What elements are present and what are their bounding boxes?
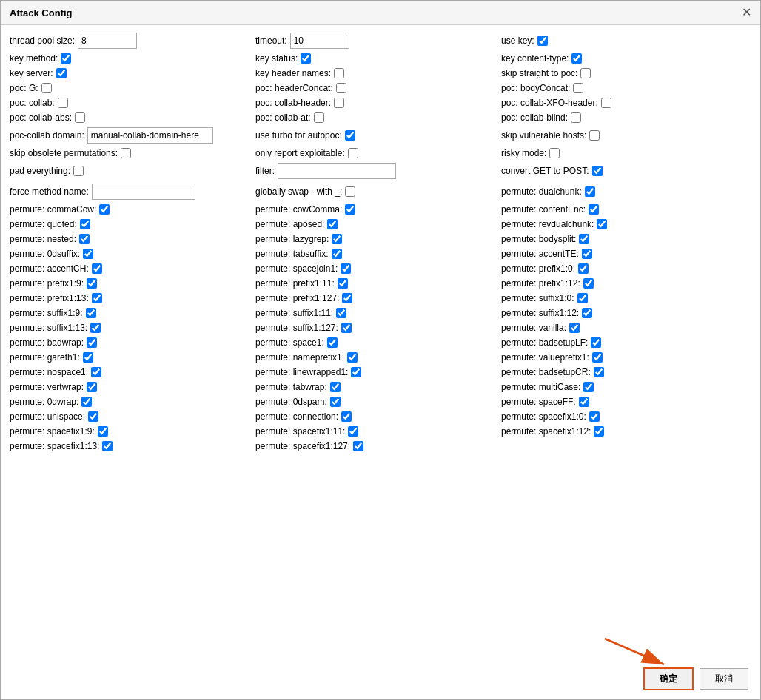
permute-commacow-checkbox[interactable] <box>99 204 110 215</box>
col-key-method: key method: <box>10 53 254 64</box>
permute-linewrapped1-checkbox[interactable] <box>351 367 361 377</box>
permute-lazygrep-checkbox[interactable] <box>332 234 342 244</box>
permute-tabsuffix-checkbox[interactable] <box>332 249 342 259</box>
permute-prefix111-checkbox[interactable] <box>338 278 348 289</box>
permute-linewrapped1-label: permute: linewrapped1: <box>255 367 348 377</box>
permute-suffix10-checkbox[interactable] <box>577 293 588 303</box>
permute-vanilla-checkbox[interactable] <box>569 323 580 333</box>
permute-prefix113-label: permute: prefix1:13: <box>10 293 89 303</box>
permute-spacefix19-checkbox[interactable] <box>98 426 108 437</box>
key-method-checkbox[interactable] <box>61 53 71 64</box>
permute-vertwrap-checkbox[interactable] <box>87 382 97 392</box>
row-permute-gareth1: permute: gareth1: permute: nameprefix1: … <box>10 352 751 363</box>
poc-collab-at-checkbox[interactable] <box>314 112 324 123</box>
skip-vulnerable-hosts-checkbox[interactable] <box>589 130 600 141</box>
permute-spacefix10-checkbox[interactable] <box>589 411 600 422</box>
poc-headerconcat-checkbox[interactable] <box>336 83 346 93</box>
permute-prefix113-checkbox[interactable] <box>92 293 102 303</box>
poc-g-checkbox[interactable] <box>41 83 52 93</box>
skip-obsolete-checkbox[interactable] <box>121 148 131 158</box>
permute-prefix10-checkbox[interactable] <box>578 263 589 274</box>
permute-suffix111-label: permute: suffix1:11: <box>255 308 333 318</box>
convert-get-checkbox[interactable] <box>592 166 603 176</box>
cancel-button[interactable]: 取消 <box>700 668 748 690</box>
permute-tabwrap-checkbox[interactable] <box>330 382 341 392</box>
permute-dualchunk-checkbox[interactable] <box>585 186 595 197</box>
permute-suffix19-checkbox[interactable] <box>86 308 96 318</box>
permute-accentte-checkbox[interactable] <box>582 249 592 259</box>
col-permute-tabsuffix: permute: tabsuffix: <box>255 249 500 259</box>
poc-collab-xfo-checkbox[interactable] <box>601 98 611 108</box>
key-content-type-label: key content-type: <box>501 53 569 64</box>
key-server-checkbox[interactable] <box>56 68 67 78</box>
globally-swap-checkbox[interactable] <box>345 186 355 197</box>
permute-cowcomma-checkbox[interactable] <box>345 204 355 215</box>
row-poc-collab-domain: poc-collab domain: use turbo for autopoc… <box>10 127 751 144</box>
poc-collab-abs-checkbox[interactable] <box>75 112 85 123</box>
permute-0dsuffix-checkbox[interactable] <box>83 249 93 259</box>
permute-nameprefix1-checkbox[interactable] <box>347 352 358 363</box>
permute-revdualchunk-checkbox[interactable] <box>597 219 607 229</box>
col-permute-spacefix113: permute: spacefix1:13: <box>10 441 254 451</box>
permute-multicase-checkbox[interactable] <box>583 382 594 392</box>
permute-spacefix111-checkbox[interactable] <box>348 426 358 437</box>
filter-input[interactable] <box>278 163 396 179</box>
permute-space1-checkbox[interactable] <box>327 337 338 348</box>
row-permute-unispace: permute: unispace: permute: connection: … <box>10 411 751 422</box>
permute-space1-label: permute: space1: <box>255 337 324 348</box>
skip-straight-to-poc-checkbox[interactable] <box>580 68 591 78</box>
key-status-checkbox[interactable] <box>301 53 311 64</box>
close-button[interactable]: ✕ <box>742 7 751 18</box>
force-method-name-input[interactable] <box>92 184 195 200</box>
permute-bodysplit-checkbox[interactable] <box>579 234 589 244</box>
use-key-checkbox[interactable] <box>537 36 548 46</box>
permute-prefix112-checkbox[interactable] <box>583 278 594 289</box>
permute-badwrap-checkbox[interactable] <box>87 337 97 348</box>
permute-nested-checkbox[interactable] <box>79 234 90 244</box>
permute-nospace1-checkbox[interactable] <box>91 367 101 377</box>
permute-spacefix1127-checkbox[interactable] <box>353 441 363 451</box>
permute-suffix1127-checkbox[interactable] <box>341 323 352 333</box>
key-header-names-checkbox[interactable] <box>334 68 344 78</box>
poc-collab-domain-input[interactable] <box>87 127 213 144</box>
permute-connection-checkbox[interactable] <box>341 411 352 422</box>
permute-contentenc-checkbox[interactable] <box>589 204 599 215</box>
permute-spaceff-checkbox[interactable] <box>579 397 589 407</box>
permute-spacefix112-checkbox[interactable] <box>594 426 604 437</box>
permute-badsetuplf-checkbox[interactable] <box>591 337 601 348</box>
pad-everything-checkbox[interactable] <box>73 166 84 176</box>
permute-suffix111-checkbox[interactable] <box>336 308 346 318</box>
permute-spacefix1127-label: permute: spacefix1:127: <box>255 441 350 451</box>
permute-prefix111-label: permute: prefix1:11: <box>255 278 335 289</box>
permute-0dwrap-checkbox[interactable] <box>81 397 92 407</box>
permute-spacefix113-checkbox[interactable] <box>102 441 113 451</box>
permute-0dspam-checkbox[interactable] <box>330 397 341 407</box>
permute-valueprefix1-checkbox[interactable] <box>592 352 603 363</box>
permute-prefix19-checkbox[interactable] <box>87 278 97 289</box>
only-report-checkbox[interactable] <box>348 148 358 158</box>
permute-accentch-checkbox[interactable] <box>92 263 102 274</box>
permute-prefix1127-checkbox[interactable] <box>342 293 352 303</box>
thread-pool-size-input[interactable] <box>78 33 137 49</box>
row-permute-spacefix19: permute: spacefix1:9: permute: spacefix1… <box>10 426 751 437</box>
ok-button[interactable]: 确定 <box>643 667 694 690</box>
permute-aposed-checkbox[interactable] <box>327 219 338 229</box>
row-permute-0dsuffix: permute: 0dsuffix: permute: tabsuffix: p… <box>10 249 751 259</box>
poc-collab-header-checkbox[interactable] <box>334 98 344 108</box>
permute-quoted-checkbox[interactable] <box>80 219 90 229</box>
timeout-input[interactable] <box>290 33 349 49</box>
permute-suffix113-checkbox[interactable] <box>90 323 101 333</box>
risky-mode-checkbox[interactable] <box>549 148 560 158</box>
permute-unispace-checkbox[interactable] <box>88 411 98 422</box>
poc-collab-checkbox[interactable] <box>58 98 68 108</box>
poc-bodyconcat-checkbox[interactable] <box>573 83 583 93</box>
timeout-label: timeout: <box>255 36 287 46</box>
permute-suffix112-checkbox[interactable] <box>582 308 592 318</box>
permute-gareth1-checkbox[interactable] <box>83 352 93 363</box>
poc-collab-blind-checkbox[interactable] <box>571 112 581 123</box>
permute-spacejoin1-checkbox[interactable] <box>341 263 351 274</box>
key-content-type-checkbox[interactable] <box>571 53 582 64</box>
permute-badsetupcr-checkbox[interactable] <box>594 367 604 377</box>
col-convert-get: convert GET to POST: <box>501 166 745 176</box>
use-turbo-checkbox[interactable] <box>345 130 355 141</box>
